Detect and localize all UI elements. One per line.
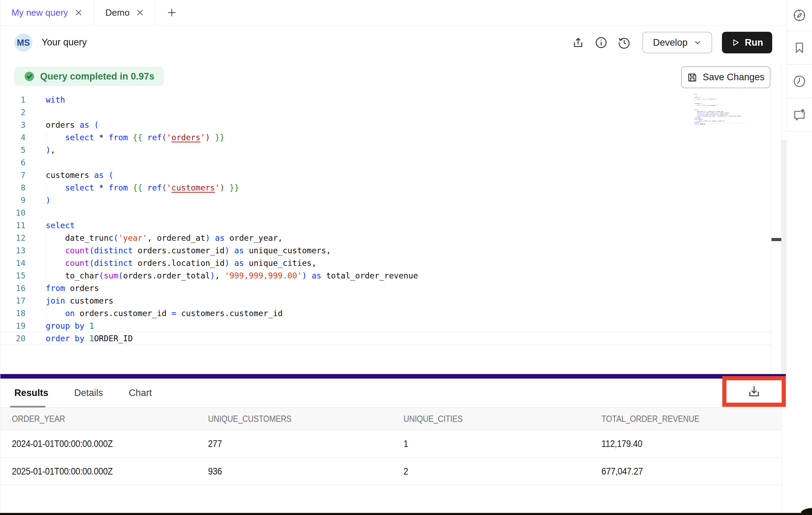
code-line[interactable]: 19group by 1 bbox=[0, 320, 771, 332]
query-header: MS Your query Develop Run bbox=[0, 25, 787, 60]
code-text: with bbox=[25, 94, 65, 106]
panel-right-border bbox=[781, 66, 782, 512]
code-line[interactable]: 15 to_char(sum(orders.order_total), '999… bbox=[0, 269, 771, 282]
code-text: from orders bbox=[25, 282, 99, 294]
play-icon bbox=[731, 38, 740, 47]
plus-icon bbox=[167, 7, 177, 18]
line-number: 8 bbox=[0, 181, 25, 194]
rail-item-ai-chat[interactable] bbox=[787, 98, 812, 132]
tab-label: My new query bbox=[12, 7, 68, 18]
column-header: UNIQUE_CUSTOMERS bbox=[208, 413, 404, 424]
code-line[interactable]: 8 select * from {{ ref('customers') }} bbox=[0, 181, 771, 194]
line-number: 17 bbox=[0, 294, 25, 307]
code-line[interactable]: 10 bbox=[0, 207, 771, 219]
line-number: 14 bbox=[0, 257, 25, 269]
code-text: date_trunc('year', ordered_at) as order_… bbox=[25, 232, 283, 244]
code-line[interactable]: 4 select * from {{ ref('orders') }} bbox=[0, 131, 771, 144]
avatar: MS bbox=[14, 33, 32, 52]
share-icon[interactable] bbox=[570, 35, 586, 50]
table-cell-text: 936 bbox=[208, 466, 222, 477]
editor-gutter-border bbox=[771, 66, 772, 373]
line-number: 1 bbox=[0, 94, 25, 106]
query-status-text: Query completed in 0.97s bbox=[40, 71, 154, 82]
results-tab-results[interactable]: Results bbox=[14, 388, 49, 398]
table-cell: 1 bbox=[404, 438, 601, 449]
scrollbar-thumb[interactable] bbox=[772, 238, 781, 241]
code-line[interactable]: 20order by 1ORDER_ID bbox=[0, 332, 771, 345]
table-cell: 936 bbox=[208, 466, 404, 477]
history-icon[interactable] bbox=[617, 35, 632, 50]
results-tab-chart[interactable]: Chart bbox=[129, 388, 152, 398]
code-line[interactable]: 7customers as ( bbox=[0, 169, 771, 181]
line-number: 15 bbox=[0, 269, 25, 282]
code-text: join customers bbox=[25, 294, 113, 307]
ai-chat-icon bbox=[792, 108, 806, 122]
rail-item-bookmarks[interactable] bbox=[787, 31, 812, 65]
table-row: 2024-01-01T00:00:00.000Z2771112,179.40 bbox=[0, 430, 781, 458]
line-number: 2 bbox=[0, 106, 25, 119]
develop-button[interactable]: Develop bbox=[642, 32, 712, 53]
code-line[interactable]: 3orders as ( bbox=[0, 119, 771, 131]
line-number: 10 bbox=[0, 207, 25, 219]
code-text: count(distinct orders.location_id) as un… bbox=[25, 257, 317, 269]
code-text bbox=[25, 106, 46, 119]
code-text: customers as ( bbox=[25, 169, 113, 181]
table-cell-text: 1 bbox=[404, 438, 408, 449]
run-button-label: Run bbox=[745, 37, 763, 48]
code-line[interactable]: 11select bbox=[0, 219, 771, 232]
code-line[interactable]: 18 on orders.customer_id = customers.cus… bbox=[0, 307, 771, 320]
code-text: select * from {{ ref('orders') }} bbox=[25, 131, 224, 144]
rail-item-explore[interactable] bbox=[787, 0, 812, 31]
close-icon[interactable] bbox=[74, 8, 83, 17]
results-tab-bar: ResultsDetailsChart bbox=[0, 379, 786, 408]
code-text: ), bbox=[25, 144, 56, 156]
rail-item-history[interactable] bbox=[787, 65, 812, 98]
code-line[interactable]: 17join customers bbox=[0, 294, 771, 307]
table-cell-text: 277 bbox=[208, 438, 222, 449]
code-editor[interactable]: 1with23orders as (4 select * from {{ ref… bbox=[0, 94, 771, 345]
info-icon[interactable] bbox=[593, 35, 609, 50]
code-line[interactable]: 6 bbox=[0, 156, 771, 169]
table-cell-text: 2 bbox=[404, 466, 408, 477]
editor-minimap[interactable]: withorders as ( select * from {{ ref('or… bbox=[694, 94, 750, 128]
results-tab-details[interactable]: Details bbox=[74, 388, 103, 398]
download-icon bbox=[747, 384, 761, 399]
column-header-text: UNIQUE_CUSTOMERS bbox=[208, 413, 291, 424]
code-line[interactable]: 16from orders bbox=[0, 282, 771, 294]
save-changes-button[interactable]: Save Changes bbox=[681, 66, 770, 88]
line-number: 12 bbox=[0, 232, 25, 244]
editor-tab[interactable]: Demo bbox=[94, 0, 156, 25]
run-button[interactable]: Run bbox=[722, 32, 772, 53]
minimap-content: withorders as ( select * from {{ ref('or… bbox=[694, 94, 747, 125]
code-line[interactable]: 5), bbox=[0, 144, 771, 156]
bookmark-icon bbox=[793, 41, 806, 55]
download-results-button[interactable] bbox=[726, 380, 782, 403]
compass-icon bbox=[792, 8, 806, 22]
code-line[interactable]: 9) bbox=[0, 194, 771, 207]
code-line[interactable]: 12 date_trunc('year', ordered_at) as ord… bbox=[0, 232, 771, 244]
code-line[interactable]: 13 count(distinct orders.customer_id) as… bbox=[0, 244, 771, 257]
query-status-badge: Query completed in 0.97s bbox=[14, 67, 164, 86]
header-actions: Develop Run bbox=[563, 25, 772, 60]
new-tab-button[interactable] bbox=[156, 0, 188, 25]
line-number: 18 bbox=[0, 307, 25, 320]
panel-resize-handle[interactable] bbox=[0, 374, 786, 379]
column-header: UNIQUE_CITIES bbox=[404, 413, 601, 424]
line-number: 7 bbox=[0, 169, 25, 181]
annotation-highlight-box bbox=[722, 376, 786, 407]
tab-label: Demo bbox=[105, 7, 130, 18]
table-cell: 677,047.27 bbox=[601, 466, 781, 477]
close-icon[interactable] bbox=[136, 8, 144, 17]
save-changes-label: Save Changes bbox=[703, 72, 765, 83]
code-text: ) bbox=[25, 194, 51, 207]
column-header-text: TOTAL_ORDER_REVENUE bbox=[601, 413, 699, 424]
code-line[interactable]: 14 count(distinct orders.location_id) as… bbox=[0, 257, 771, 269]
table-cell-text: 112,179.40 bbox=[601, 438, 642, 449]
develop-button-label: Develop bbox=[653, 37, 687, 48]
editor-tab[interactable]: My new query bbox=[0, 0, 94, 25]
line-number: 5 bbox=[0, 144, 25, 156]
code-line[interactable]: 2 bbox=[0, 106, 771, 119]
table-cell: 2 bbox=[404, 466, 601, 477]
column-header: TOTAL_ORDER_REVENUE bbox=[601, 413, 781, 424]
code-line[interactable]: 1with bbox=[0, 94, 771, 106]
